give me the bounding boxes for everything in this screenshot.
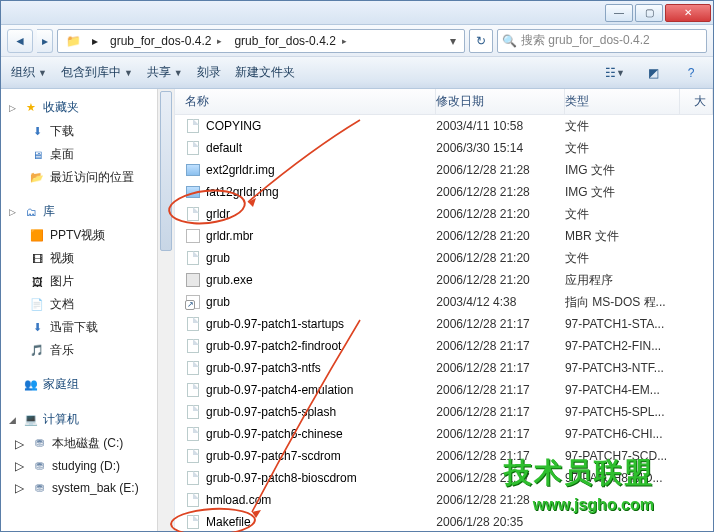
watermark-url: www.jsgho.com — [533, 496, 654, 514]
annotation-arrows — [0, 0, 714, 532]
watermark: 技术员联盟 — [504, 454, 654, 492]
